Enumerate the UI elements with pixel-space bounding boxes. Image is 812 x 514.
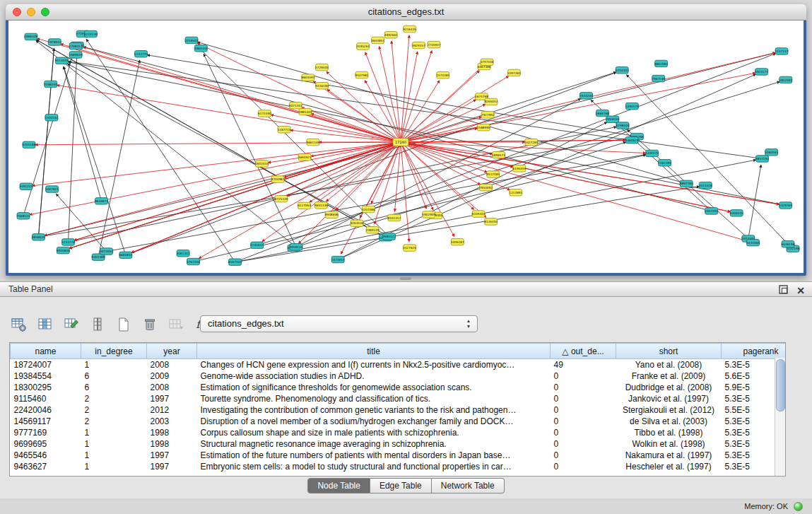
table-cell[interactable]: 0	[551, 427, 616, 438]
new-file-button[interactable]	[114, 315, 133, 334]
network-node[interactable]: 5073050	[100, 248, 113, 255]
network-node[interactable]: 9507981	[355, 71, 369, 78]
network-node[interactable]: 9858645	[32, 234, 45, 241]
network-node[interactable]: 9601336	[314, 202, 328, 209]
close-panel-icon[interactable]: ✕	[796, 286, 805, 296]
table-cell[interactable]: 2	[81, 416, 147, 427]
table-row[interactable]: 977716911998Corpus callosum shape and si…	[11, 427, 787, 438]
table-settings-button[interactable]	[10, 315, 28, 334]
table-cell[interactable]: 2008	[147, 359, 197, 371]
table-cell[interactable]: Corpus callosum shape and size in male p…	[197, 427, 551, 438]
table-cell[interactable]: 1	[81, 450, 147, 461]
zoom-window-button[interactable]	[41, 8, 49, 16]
table-cell[interactable]: 18300295	[11, 382, 81, 393]
network-node[interactable]: 1494574	[625, 103, 639, 110]
table-row[interactable]: 2242004622012Investigating the contribut…	[11, 404, 787, 416]
table-cell[interactable]: Embryonic stem cells: a model to study s…	[197, 461, 551, 472]
table-cell[interactable]: Yano et al. (2008)	[616, 359, 722, 371]
network-canvas[interactable]: 7344200281603667981008986766140047921823…	[8, 21, 804, 273]
network-node[interactable]: 1602434	[255, 160, 269, 168]
network-node[interactable]: 8167545	[228, 259, 242, 266]
import-table-button[interactable]	[167, 315, 185, 334]
table-cell[interactable]: 1	[81, 359, 147, 371]
table-cell[interactable]: Tibbo et al. (1998)	[616, 427, 722, 438]
table-row[interactable]: 1456911722003Disruption of a novel membe…	[11, 416, 787, 427]
table-cell[interactable]: 1997	[147, 393, 197, 404]
network-node[interactable]: 1767356	[187, 258, 200, 265]
table-cell[interactable]: 0	[551, 450, 616, 461]
network-node[interactable]: 17240	[393, 139, 408, 146]
network-node[interactable]: 3958134	[290, 244, 303, 251]
network-node[interactable]: 7927992	[481, 112, 495, 119]
table-cell[interactable]: Dudbridge et al. (2008)	[616, 382, 722, 393]
network-node[interactable]: 8930836	[57, 247, 70, 254]
network-node[interactable]: 7468524	[17, 213, 30, 220]
minimize-window-button[interactable]	[27, 8, 35, 16]
column-header-in_degree[interactable]: in_degree	[81, 344, 147, 359]
network-node[interactable]: 1107137	[775, 48, 789, 55]
network-node[interactable]: 5923177	[755, 69, 768, 76]
table-cell[interactable]: 2009	[147, 370, 197, 382]
table-cell[interactable]: 9115460	[11, 393, 81, 404]
table-cell[interactable]: 0	[551, 370, 616, 382]
network-node[interactable]: 8897780	[680, 180, 693, 187]
table-row[interactable]: 1830029562008Estimation of significance …	[11, 382, 787, 393]
network-node[interactable]: 9216435	[403, 25, 416, 33]
network-node[interactable]: 8101417	[387, 214, 401, 221]
network-node[interactable]: 2473917	[331, 256, 345, 263]
table-cell[interactable]: Investigating the contribution of common…	[197, 404, 551, 416]
table-cell[interactable]: Wolkin et al. (1998)	[616, 438, 722, 450]
network-node[interactable]: 8862082	[654, 60, 668, 67]
table-cell[interactable]: Genome-wide association studies in ADHD.	[197, 370, 551, 382]
network-node[interactable]: 9113035	[55, 57, 69, 64]
table-cell[interactable]: 22420046	[11, 404, 81, 416]
network-node[interactable]: 5869768	[596, 110, 609, 117]
network-node[interactable]: 8725439	[275, 195, 288, 202]
network-node[interactable]: 5527620	[403, 245, 416, 252]
table-cell[interactable]: Estimation of significance thresholds fo…	[197, 382, 551, 393]
network-node[interactable]: 5797446	[481, 59, 494, 66]
network-node[interactable]: 3195261	[356, 43, 370, 50]
network-node[interactable]: 1234778	[61, 239, 75, 246]
table-row[interactable]: 1938455462009Genome-wide association stu…	[11, 370, 787, 382]
network-node[interactable]: 7967546	[652, 75, 665, 82]
network-node[interactable]: 6172490	[258, 110, 271, 117]
float-panel-icon[interactable]	[779, 284, 788, 297]
table-cell[interactable]: 1	[81, 461, 147, 472]
table-cell[interactable]: 49	[551, 359, 616, 371]
table-cell[interactable]: Estimation of the future numbers of pati…	[197, 450, 551, 461]
table-cell[interactable]: 9463627	[11, 461, 81, 472]
network-node[interactable]: 1689649	[69, 52, 83, 59]
network-node[interactable]: 6546198	[782, 241, 795, 248]
network-node[interactable]: 8948606	[325, 211, 339, 218]
tab-network-table[interactable]: Network Table	[432, 478, 505, 493]
table-cell[interactable]: Nakamura et al. (1997)	[616, 450, 722, 461]
table-cell[interactable]: 0	[551, 404, 616, 416]
table-cell[interactable]: 6	[81, 370, 147, 382]
network-node[interactable]: 3434366	[746, 239, 760, 246]
network-node[interactable]: 3427290	[524, 139, 538, 146]
network-node[interactable]: 7950492	[479, 184, 493, 191]
column-header-title[interactable]: title	[197, 344, 551, 359]
column-header-short[interactable]: short	[616, 344, 722, 359]
table-cell[interactable]: Jankovic et al. (1997)	[616, 393, 722, 404]
network-node[interactable]: 9263536	[351, 220, 364, 227]
network-node[interactable]: 4969330	[194, 45, 208, 52]
network-node[interactable]: 1097365	[507, 69, 521, 76]
network-node[interactable]: 6404035	[730, 210, 743, 217]
table-cell[interactable]: 9465546	[11, 450, 81, 461]
network-node[interactable]: 6305188	[23, 141, 36, 148]
table-cell[interactable]: Franke et al. (2009)	[616, 370, 722, 382]
network-node[interactable]: 4857192	[755, 156, 769, 163]
table-cell[interactable]: 2	[81, 393, 147, 404]
network-node[interactable]: 5006187	[451, 238, 464, 245]
memory-indicator-icon[interactable]	[794, 502, 803, 511]
table-cell[interactable]: Hescheler et al. (1997)	[616, 461, 722, 472]
network-node[interactable]: 6683834	[119, 252, 133, 259]
table-row[interactable]: 946554611997Estimation of the future num…	[11, 450, 787, 461]
table-cell[interactable]: Stergiakouli et al. (2012)	[616, 404, 722, 416]
delete-button[interactable]	[141, 315, 159, 334]
network-node[interactable]: 5007821	[45, 186, 59, 193]
network-node[interactable]: 8704987	[271, 176, 285, 182]
network-node[interactable]: 6109104	[472, 211, 486, 218]
